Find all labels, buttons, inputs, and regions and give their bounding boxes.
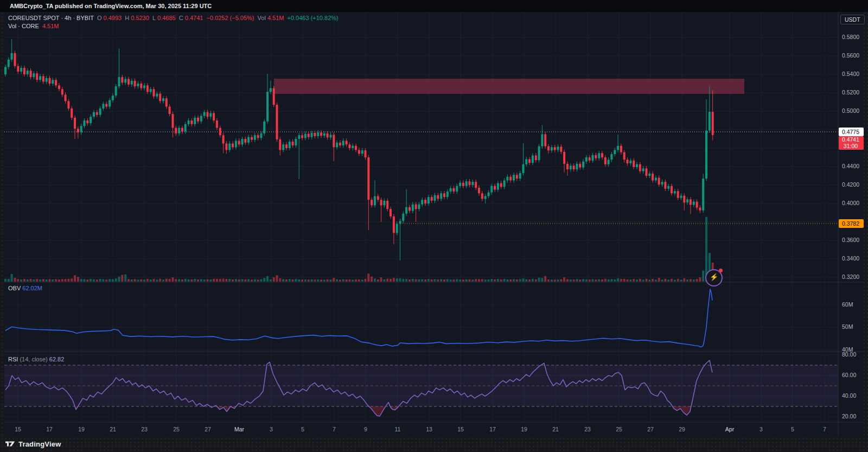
notification-dot xyxy=(719,269,723,272)
legend-row-main: COREUSDT SPOT · 4h · BYBIT O0.4993 H0.52… xyxy=(8,14,340,22)
svg-text:19: 19 xyxy=(521,426,527,432)
publish-bar: AMBCrypto_TA published on TradingView.co… xyxy=(0,0,868,12)
obv-value: 62.02M xyxy=(22,285,42,291)
svg-text:25: 25 xyxy=(173,426,180,432)
svg-text:0.5800: 0.5800 xyxy=(842,34,859,40)
chart-area[interactable]: 0.58000.56000.54000.52000.50000.46000.44… xyxy=(4,12,864,436)
svg-text:27: 27 xyxy=(647,426,654,432)
svg-text:0.5600: 0.5600 xyxy=(842,52,859,59)
svg-text:7: 7 xyxy=(823,426,826,432)
open-value: 0.4993 xyxy=(104,15,122,21)
screenshot-frame: AMBCrypto_TA published on TradingView.co… xyxy=(0,0,868,452)
svg-text:50M: 50M xyxy=(842,323,853,330)
svg-text:31:00: 31:00 xyxy=(844,143,858,149)
svg-text:0.4000: 0.4000 xyxy=(842,200,859,206)
publish-text: AMBCrypto_TA published on TradingView.co… xyxy=(10,3,212,9)
svg-text:9: 9 xyxy=(364,426,367,432)
svg-text:0.4200: 0.4200 xyxy=(842,181,859,188)
svg-text:27: 27 xyxy=(205,426,211,432)
svg-text:0.3400: 0.3400 xyxy=(842,255,859,262)
svg-text:3: 3 xyxy=(760,426,763,432)
svg-text:5: 5 xyxy=(301,426,304,432)
svg-text:0.3600: 0.3600 xyxy=(842,237,859,243)
legend-row-volume: Vol · CORE 4.51M xyxy=(8,22,340,30)
svg-text:17: 17 xyxy=(46,426,53,432)
svg-text:40.00: 40.00 xyxy=(842,392,856,399)
price-chart-svg[interactable]: 0.58000.56000.54000.52000.50000.46000.44… xyxy=(4,12,864,436)
rsi-indicator-label[interactable]: RSI (14, close) 62.82 xyxy=(8,356,64,362)
low-value: 0.4685 xyxy=(157,15,176,21)
svg-text:0.4775: 0.4775 xyxy=(842,129,859,135)
svg-text:29: 29 xyxy=(679,426,685,432)
svg-text:11: 11 xyxy=(395,426,401,432)
svg-text:13: 13 xyxy=(426,426,432,432)
svg-text:80.00: 80.00 xyxy=(842,351,856,358)
svg-text:0.3782: 0.3782 xyxy=(842,220,859,227)
high-value: 0.5230 xyxy=(131,15,149,21)
volume-change: +0.0463 (+10.82%) xyxy=(288,15,339,21)
svg-text:0.5400: 0.5400 xyxy=(842,71,859,77)
footer-bar: TradingView xyxy=(5,438,61,449)
svg-text:19: 19 xyxy=(78,426,85,432)
svg-text:3: 3 xyxy=(270,426,273,432)
svg-text:25: 25 xyxy=(616,426,622,432)
chart-legend: COREUSDT SPOT · 4h · BYBIT O0.4993 H0.52… xyxy=(8,14,340,30)
svg-text:7: 7 xyxy=(333,426,336,432)
lightning-icon: ⚡ xyxy=(710,273,718,281)
tradingview-wordmark[interactable]: TradingView xyxy=(18,440,61,448)
obv-indicator-label[interactable]: OBV 62.02M xyxy=(8,285,42,291)
svg-text:60M: 60M xyxy=(842,301,853,308)
svg-text:60.00: 60.00 xyxy=(842,372,856,378)
volume-value: 4.51M xyxy=(267,15,284,21)
svg-text:21: 21 xyxy=(110,426,116,432)
svg-text:Apr: Apr xyxy=(725,426,735,432)
svg-text:0.4400: 0.4400 xyxy=(842,163,859,169)
svg-text:Mar: Mar xyxy=(234,426,245,432)
svg-text:23: 23 xyxy=(584,426,591,432)
svg-text:23: 23 xyxy=(141,426,148,432)
svg-text:15: 15 xyxy=(15,426,21,432)
rsi-value: 62.82 xyxy=(49,356,65,362)
flash-badge[interactable]: ⚡ xyxy=(705,269,723,287)
svg-text:0.4741: 0.4741 xyxy=(842,136,859,143)
svg-text:0.3200: 0.3200 xyxy=(842,273,859,280)
svg-text:15: 15 xyxy=(457,426,464,432)
currency-unit-button[interactable]: USDT xyxy=(840,15,865,24)
tradingview-logo-icon[interactable] xyxy=(5,440,15,448)
close-value: 0.4741 xyxy=(185,15,203,21)
change-value: −0.0252 (−5.05%) xyxy=(206,15,254,21)
svg-text:5: 5 xyxy=(791,426,794,432)
symbol-title[interactable]: COREUSDT SPOT · 4h · BYBIT xyxy=(8,15,94,21)
svg-text:21: 21 xyxy=(552,426,559,432)
svg-text:17: 17 xyxy=(489,426,496,432)
svg-text:0.5000: 0.5000 xyxy=(842,107,859,114)
svg-text:20.00: 20.00 xyxy=(842,413,856,419)
svg-text:0.5200: 0.5200 xyxy=(842,89,859,96)
